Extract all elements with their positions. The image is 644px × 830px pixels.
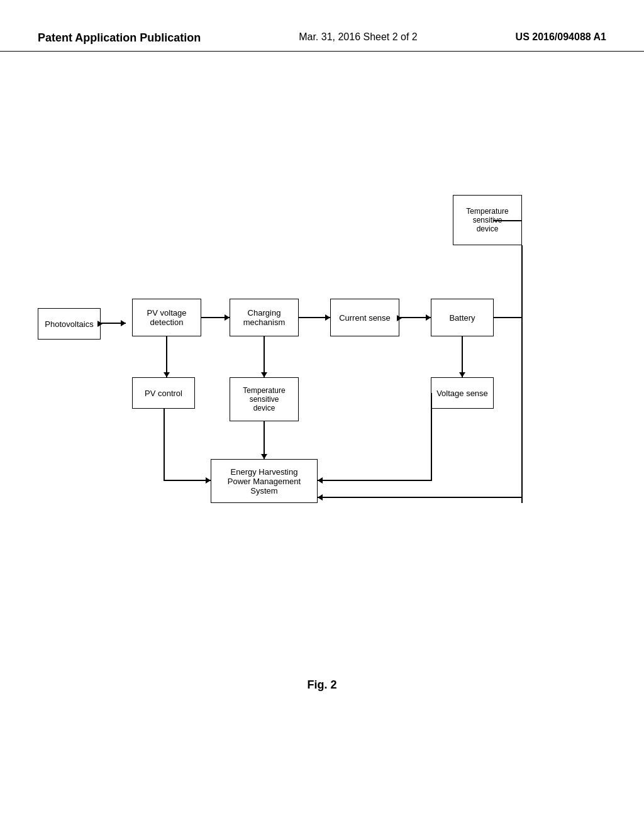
line-voltagesense-to-energy-v bbox=[431, 393, 432, 481]
header-publication-type: Patent Application Publication bbox=[38, 31, 201, 45]
block-voltage-sense: Voltage sense bbox=[431, 377, 494, 409]
line-voltagesense-to-energy-h bbox=[318, 480, 431, 481]
arrow-currentsense-to-battery bbox=[399, 317, 431, 318]
line-temp-to-battery-v1 bbox=[521, 245, 523, 343]
block-charging-mechanism: Charging mechanism bbox=[230, 299, 299, 336]
line-pvcontrol-to-energy-h bbox=[164, 480, 211, 481]
header-patent-number: US 2016/094088 A1 bbox=[516, 31, 606, 43]
block-current-sense: Current sense bbox=[330, 299, 399, 336]
arrow-indicator-currentsense bbox=[397, 315, 402, 321]
block-energy-harvesting: Energy Harvesting Power Management Syste… bbox=[211, 459, 318, 503]
block-battery: Battery bbox=[431, 299, 494, 336]
arrow-pvvoltage-down bbox=[166, 336, 167, 377]
line-temptop-to-right bbox=[494, 220, 521, 221]
line-pvcontrol-to-energy-v bbox=[164, 409, 165, 481]
block-pv-voltage-detection: PV voltage detection bbox=[132, 299, 201, 336]
line-energy-to-outer-h1 bbox=[318, 497, 521, 498]
header-date-sheet: Mar. 31, 2016 Sheet 2 of 2 bbox=[299, 31, 418, 43]
page-header: Patent Application Publication Mar. 31, … bbox=[0, 0, 644, 52]
arrow-battery-down bbox=[462, 336, 463, 377]
arrow-charging-to-currentsense bbox=[299, 317, 330, 318]
figure-caption: Fig. 2 bbox=[307, 678, 336, 692]
block-photovoltaics: Photovoltaics bbox=[38, 308, 101, 340]
arrow-pv-to-pvvoltage bbox=[101, 323, 126, 324]
arrow-indicator-pv bbox=[97, 321, 103, 327]
line-outer-right-v bbox=[521, 343, 523, 503]
arrow-charging-down bbox=[264, 336, 265, 377]
arrow-pvvoltage-to-charging bbox=[201, 317, 230, 318]
block-pv-control: PV control bbox=[132, 377, 195, 409]
line-battery-to-right bbox=[494, 317, 521, 318]
block-temperature-sensitive-mid: Temperature sensitive device bbox=[230, 377, 299, 421]
arrow-tempmid-down bbox=[264, 421, 265, 459]
